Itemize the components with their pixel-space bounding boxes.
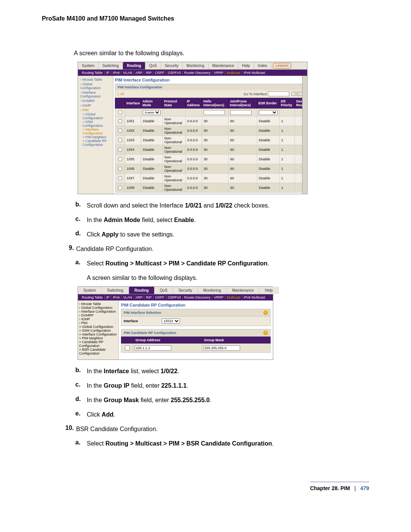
sidebar-subitem[interactable]: » PIM Neighbor	[79, 336, 117, 340]
sub-tab[interactable]: Multicast	[225, 71, 242, 75]
help-icon[interactable]: ?	[263, 331, 268, 335]
main-tab-help[interactable]: Help	[260, 287, 279, 294]
row-checkbox[interactable]	[118, 157, 122, 161]
main-tab-help[interactable]: Help	[238, 62, 254, 69]
sub-tab[interactable]: VRRP	[212, 296, 225, 299]
row-checkbox[interactable]	[118, 167, 122, 171]
interface-select[interactable]: 1/0/22	[162, 318, 180, 324]
logout-button[interactable]: LOGOUT	[273, 63, 291, 69]
sidebar-subitem[interactable]: » SSM Configuration	[79, 120, 112, 128]
col-header: Interface	[125, 98, 141, 109]
sidebar-item[interactable]: › PIM	[79, 321, 117, 325]
main-tab-index[interactable]: Index	[254, 62, 271, 69]
sidebar-item[interactable]: › IGMP	[79, 103, 112, 108]
sub-tab[interactable]: Multicast	[225, 296, 242, 299]
main-tab-maintenance[interactable]: Maintenance	[227, 287, 260, 294]
row-checkbox[interactable]	[118, 138, 122, 142]
sidebar-item[interactable]: › DVMRP	[79, 99, 112, 103]
sidebar-item[interactable]: › IGMP	[79, 317, 117, 321]
sidebar-item[interactable]: › Mroute Table	[79, 77, 112, 82]
go-button[interactable]: GO	[292, 92, 303, 96]
main-tab-security[interactable]: Security	[161, 62, 183, 69]
sidebar-item[interactable]: › Global Configuration	[79, 82, 112, 90]
sub-tab[interactable]: Router Discovery	[183, 71, 212, 75]
main-tab-system[interactable]: System	[78, 62, 99, 69]
filter-all[interactable]: All	[120, 92, 124, 96]
row-checkbox[interactable]	[118, 186, 122, 190]
sub-tab[interactable]: OSPF	[153, 71, 166, 75]
screenshot-pim-interface-config: SystemSwitchingRoutingQoSSecurityMonitor…	[78, 62, 307, 194]
row-checkbox[interactable]	[118, 129, 122, 133]
sub-tab[interactable]: OSPFv3	[166, 71, 183, 75]
sub-tab[interactable]: IPv6	[111, 71, 121, 75]
sidebar-item[interactable]: › PIM	[79, 108, 112, 112]
table-row: 1/0/4DisableNon-Operational0.0.0.03060Di…	[115, 145, 306, 155]
sub-tab[interactable]: OSPFv3	[166, 296, 183, 299]
row-checkbox[interactable]	[118, 119, 122, 123]
sub-tab[interactable]: OSPF	[153, 296, 166, 299]
main-tab-maintenance[interactable]: Maintenance	[209, 62, 238, 69]
main-tab-monitoring[interactable]: Monitoring	[183, 62, 209, 69]
filter-bar: | All Go To Interface GO	[115, 90, 306, 98]
select-all-checkbox[interactable]	[118, 110, 122, 114]
sidebar-subitem[interactable]: » SSM Configuration	[79, 329, 117, 332]
scrollbar[interactable]	[302, 76, 307, 194]
join-prune-input[interactable]	[230, 110, 252, 115]
main-tab-qos[interactable]: QoS	[145, 62, 161, 69]
sub-tab[interactable]: IP	[105, 71, 112, 75]
sub-tab-bar-2: Routing TableIPIPv6VLANARPRIPOSPFOSPFv3R…	[78, 294, 273, 300]
sub-tab[interactable]: IP	[105, 296, 112, 299]
sidebar-item[interactable]: › Interface Configuration	[79, 310, 117, 313]
sidebar-item[interactable]: › DVMRP	[79, 313, 117, 317]
sub-tab[interactable]: Router Discovery	[183, 296, 212, 299]
sub-tab[interactable]: VRRP	[212, 71, 225, 75]
sub-tab[interactable]: VLAN	[121, 71, 134, 75]
main-tab-routing[interactable]: Routing	[123, 62, 145, 69]
post-step-d: In the Group Mask field, enter 255.255.2…	[87, 396, 211, 405]
main-tab-system[interactable]: System	[78, 287, 102, 294]
sub-tab[interactable]: RIP	[144, 296, 153, 299]
step-b: Scroll down and select the Interface 1/0…	[87, 201, 269, 210]
sub-tab-bar: Routing TableIPIPv6VLANARPRIPOSPFOSPFv3R…	[78, 70, 307, 76]
table-row: 1/0/7DisableNon-Operational0.0.0.03060Di…	[115, 174, 306, 183]
goto-interface-input[interactable]	[268, 91, 289, 96]
main-tab-switching[interactable]: Switching	[102, 287, 129, 294]
sidebar-item[interactable]: › Interface Configuration	[79, 90, 112, 99]
sub-tab[interactable]: RIP	[144, 71, 153, 75]
admin-mode-select[interactable]: Enable	[143, 110, 161, 115]
sub-tab[interactable]: IPv6 Multicast	[242, 71, 267, 75]
main-tab-security[interactable]: Security	[173, 287, 198, 294]
sub-tab[interactable]: IPv6	[111, 296, 121, 299]
hello-interval-input[interactable]	[204, 110, 225, 115]
sidebar-subitem[interactable]: » Interface Configuration	[79, 332, 117, 336]
main-tab-switching[interactable]: Switching	[99, 62, 123, 69]
main-tab-monitoring[interactable]: Monitoring	[198, 287, 227, 294]
sidebar-subitem[interactable]: » Candidate RP Configuration	[79, 139, 112, 147]
row-checkbox[interactable]	[125, 345, 130, 350]
panel-rp-config-head: PIM Candidate RP Configuration?	[121, 329, 271, 337]
sub-tab[interactable]: ARP	[134, 71, 145, 75]
row-checkbox[interactable]	[118, 176, 122, 180]
sidebar-subitem[interactable]: » Global Configuration	[79, 325, 117, 329]
bsr-border-select[interactable]	[259, 110, 278, 115]
sidebar-subitem[interactable]: » Candidate RP Configuration	[79, 340, 117, 348]
sidebar-subitem[interactable]: » Global Configuration	[79, 112, 112, 120]
sub-tab[interactable]: Routing Table	[80, 71, 105, 75]
row-checkbox[interactable]	[118, 148, 122, 152]
group-address-input[interactable]	[135, 345, 171, 351]
sub-tab[interactable]: VLAN	[121, 296, 134, 299]
sub-tab[interactable]: ARP	[134, 296, 145, 299]
sidebar-subitem[interactable]: » PIM Neighbor	[79, 135, 112, 139]
main-tab-routing[interactable]: Routing	[129, 287, 155, 294]
sidebar-item[interactable]: › Global Configuration	[79, 306, 117, 310]
sidebar-subitem[interactable]: » Interface Configuration	[79, 128, 112, 135]
rp-config-table: Group Address Group Mask	[121, 337, 271, 353]
panel-interface-selection-body: Interface 1/0/22	[121, 316, 271, 326]
main-tab-qos[interactable]: QoS	[155, 287, 173, 294]
sub-tab[interactable]: IPv6 Multicast	[242, 296, 267, 299]
group-mask-input[interactable]	[204, 345, 240, 351]
sidebar-subitem[interactable]: » BSR Candidate Configuration	[79, 348, 117, 355]
sub-tab[interactable]: Routing Table	[80, 296, 105, 299]
sidebar-item[interactable]: › Mroute Table	[79, 302, 117, 306]
help-icon[interactable]: ?	[263, 310, 268, 315]
